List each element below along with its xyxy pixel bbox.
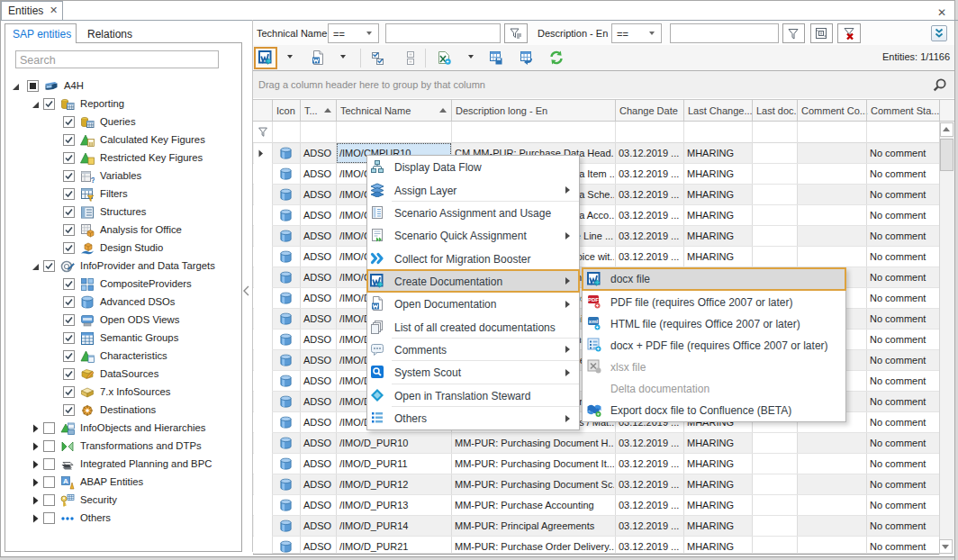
svg-text:PDF: PDF — [588, 297, 599, 303]
svg-text:xml: xml — [589, 319, 599, 324]
svg-text:?: ? — [91, 176, 95, 185]
svg-text:A: A — [63, 477, 68, 485]
